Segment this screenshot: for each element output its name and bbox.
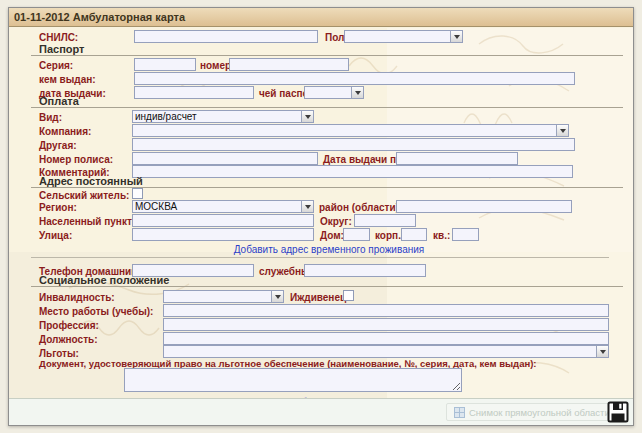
payment-kind-select-value: индив/расчет [135, 111, 300, 122]
settlement-label: Населенный пункт: [39, 216, 135, 227]
issued-by-label: кем выдан: [39, 74, 96, 85]
workplace-label: Место работы (учебы): [39, 306, 153, 317]
comment-input[interactable] [132, 165, 573, 178]
apartment-label: кв.: [433, 230, 450, 241]
building-label: корп.: [375, 230, 404, 241]
snils-label: СНИЛС: [39, 32, 78, 43]
region-select[interactable]: МОСКВА [132, 200, 314, 213]
benefit-document-textarea[interactable] [124, 368, 462, 392]
separator-line [31, 257, 609, 258]
grid-icon [454, 407, 465, 418]
dropdown-arrow-icon [450, 31, 462, 42]
section-divider [31, 286, 623, 287]
add-temp-address-link[interactable]: Добавить адрес временного проживания [132, 244, 526, 255]
disability-label: Инвалидность: [39, 292, 115, 303]
window-title: 01-11-2012 Амбулаторная карта [14, 11, 185, 23]
other-company-input[interactable] [132, 138, 575, 151]
settlement-input[interactable] [132, 214, 314, 227]
district-label: район (области): [319, 202, 402, 213]
payment-kind-select[interactable]: индив/расчет [132, 110, 314, 123]
region-label: Регион: [39, 202, 77, 213]
house-label: Дом: [320, 230, 344, 241]
gender-select[interactable] [344, 30, 463, 43]
other-company-label: Другая: [39, 140, 77, 151]
section-divider [31, 55, 623, 56]
save-button[interactable] [606, 400, 630, 424]
building-input[interactable] [401, 228, 427, 241]
dropdown-arrow-icon [301, 201, 313, 212]
phone-work-input[interactable] [304, 264, 426, 277]
dropdown-arrow-icon [301, 111, 313, 122]
street-input[interactable] [132, 228, 314, 241]
rural-resident-label: Сельский житель: [39, 190, 129, 201]
whose-passport-select[interactable] [304, 86, 364, 99]
apartment-input[interactable] [452, 228, 479, 241]
passport-series-input[interactable] [134, 58, 196, 71]
section-social: Социальное положение [39, 274, 169, 286]
profession-label: Профессия: [39, 320, 99, 331]
region-select-value: МОСКВА [135, 201, 300, 212]
dropdown-arrow-icon [596, 346, 608, 357]
payment-kind-label: Вид: [39, 112, 62, 123]
profession-input[interactable] [163, 318, 609, 331]
dropdown-arrow-icon [351, 87, 363, 98]
position-label: Должность: [39, 334, 98, 345]
section-payment: Оплата [39, 95, 79, 107]
outpatient-card-window: 01-11-2012 Амбулаторная карта СНИЛС: [8, 7, 634, 426]
benefits-select[interactable] [163, 345, 609, 358]
issue-date-input[interactable] [134, 86, 254, 99]
district-input[interactable] [396, 200, 572, 213]
issued-by-input[interactable] [134, 72, 575, 85]
dropdown-arrow-icon [271, 291, 283, 302]
position-input[interactable] [163, 332, 609, 345]
okrug-label: Округ: [320, 216, 352, 227]
floppy-icon [607, 401, 629, 423]
policy-number-label: Номер полиса: [39, 154, 113, 165]
section-passport: Паспорт [39, 43, 84, 55]
workplace-input[interactable] [163, 304, 609, 317]
dropdown-arrow-icon [556, 125, 568, 136]
snils-input[interactable] [134, 30, 318, 43]
section-divider [31, 107, 623, 108]
series-label: Серия: [39, 60, 73, 71]
company-select[interactable] [132, 124, 569, 137]
dependent-label: Иждивенец: [290, 292, 349, 303]
dependent-checkbox[interactable] [343, 290, 354, 301]
okrug-input[interactable] [354, 214, 416, 227]
policy-issue-date-input[interactable] [396, 152, 518, 165]
section-divider [31, 187, 623, 188]
snapshot-button[interactable]: Снимок прямоугольной области [446, 403, 618, 421]
disability-select[interactable] [163, 290, 284, 303]
rural-resident-checkbox[interactable] [132, 188, 143, 199]
passport-number-input[interactable] [229, 58, 349, 71]
policy-number-input[interactable] [132, 152, 318, 165]
company-label: Компания: [39, 126, 91, 137]
street-label: Улица: [39, 230, 72, 241]
section-address: Адрес постоянный [39, 175, 143, 187]
snapshot-button-label: Снимок прямоугольной области [469, 407, 610, 418]
window-titlebar: 01-11-2012 Амбулаторная карта [9, 8, 633, 27]
house-input[interactable] [343, 228, 370, 241]
